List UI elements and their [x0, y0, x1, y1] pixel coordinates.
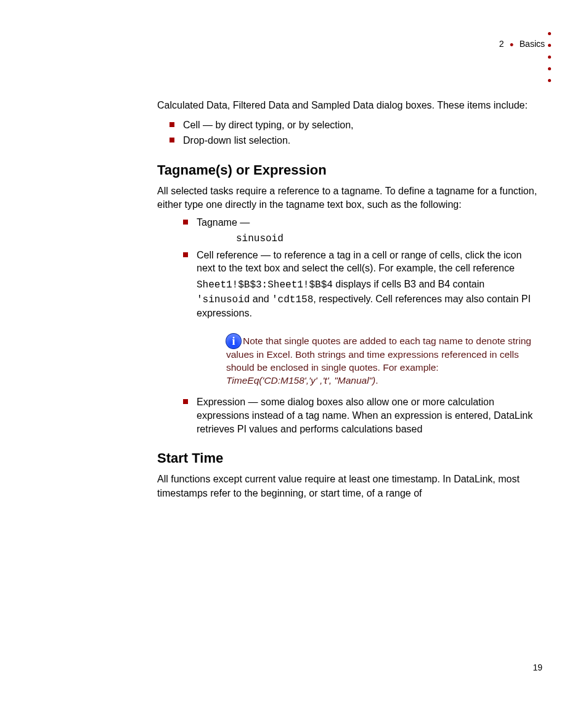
note-period: . — [375, 375, 378, 386]
cell-value-code-2: 'cdt158 — [272, 294, 313, 305]
cell-reference-code: Sheet1!$B$3:Sheet1!$B$4 — [197, 279, 333, 291]
expression-bullet-text: Expression — some dialog boxes also allo… — [197, 397, 533, 434]
section-heading-starttime: Start Time — [157, 450, 539, 466]
list-item: Cell — by direct typing, or by selection… — [169, 118, 539, 132]
cell-reference-and: and — [250, 294, 272, 304]
tag-example-code: sinusoid — [236, 233, 284, 244]
intro-list: Cell — by direct typing, or by selection… — [169, 118, 539, 147]
tagname-intro-paragraph: All selected tasks require a reference t… — [157, 186, 537, 210]
chapter-number: 2 — [499, 39, 504, 49]
tag-bullet-label: Tagname — — [197, 217, 250, 228]
page-number: 19 — [533, 662, 542, 672]
running-header: 2 • Basics — [471, 37, 545, 50]
note-text: Note that single quotes are added to eac… — [226, 336, 531, 373]
decorative-dot — [548, 44, 551, 47]
list-item: Expression — some dialog boxes also allo… — [183, 395, 539, 435]
tagname-options-list: Tagname — sinusoid Cell reference — to r… — [183, 216, 539, 436]
header-bullet-icon: • — [507, 39, 517, 51]
list-item: Tagname — sinusoid — [183, 216, 539, 246]
note-callout: Note that single quotes are added to eac… — [226, 334, 534, 387]
decorative-dot — [548, 67, 551, 70]
list-item: Cell reference — to reference a tag in a… — [183, 249, 539, 387]
starttime-paragraph: All functions except current value requi… — [157, 472, 539, 500]
info-icon — [226, 334, 241, 349]
decorative-dot — [548, 79, 551, 82]
list-item: Drop-down list selection. — [169, 134, 539, 147]
chapter-title: Basics — [520, 39, 545, 49]
cell-value-code-1: 'sinusoid — [197, 294, 250, 305]
intro-paragraph: Calculated Data, Filtered Data and Sampl… — [157, 99, 539, 112]
note-code-example: TimeEq('CD:M158','y' ,'t', "Manual") — [226, 375, 375, 386]
decorative-dot — [548, 56, 551, 59]
cell-reference-text: Cell reference — to reference a tag in a… — [197, 250, 521, 274]
cell-reference-mid: displays if cells B3 and B4 contain — [333, 279, 484, 289]
decorative-dot — [548, 32, 551, 35]
section-heading-tagname: Tagname(s) or Expression — [157, 162, 539, 178]
header-dot-column — [548, 32, 551, 82]
section-body: All selected tasks require a reference t… — [157, 184, 539, 212]
